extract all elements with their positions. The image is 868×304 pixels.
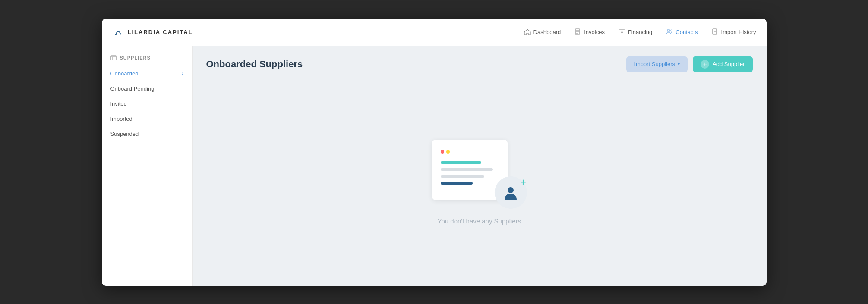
suppliers-icon [110, 55, 117, 61]
sidebar-item-suspended[interactable]: Suspended [102, 126, 192, 141]
person-icon [502, 185, 519, 201]
doc-dots [441, 150, 499, 154]
nav-invoices[interactable]: Invoices [574, 28, 605, 35]
nav-import-history[interactable]: Import History [712, 28, 756, 35]
sidebar-item-onboarded[interactable]: Onboarded › [102, 66, 192, 81]
empty-illustration: + [432, 140, 527, 209]
invoice-icon [574, 28, 581, 35]
nav-dashboard[interactable]: Dashboard [524, 28, 561, 35]
app-window: LILARDIA CAPITAL Dashboard Invoices [102, 19, 767, 286]
svg-rect-5 [619, 30, 625, 34]
nav-contacts[interactable]: Contacts [666, 28, 698, 35]
sidebar-item-onboard-pending[interactable]: Onboard Pending [102, 81, 192, 96]
svg-point-13 [508, 187, 514, 193]
logo-area: LILARDIA CAPITAL [112, 26, 524, 38]
dot-yellow [446, 150, 450, 154]
sidebar-section-title: SUPPLIERS [102, 55, 192, 66]
add-supplier-button[interactable]: + Add Supplier [693, 56, 752, 72]
main-layout: SUPPLIERS Onboarded › Onboard Pending In… [102, 46, 767, 286]
dot-red [441, 150, 444, 154]
top-nav: LILARDIA CAPITAL Dashboard Invoices [102, 19, 767, 46]
plus-badge-icon: + [521, 177, 526, 188]
nav-items: Dashboard Invoices Financing [524, 28, 756, 35]
page-title: Onboarded Suppliers [206, 59, 303, 70]
svg-point-0 [115, 34, 117, 35]
doc-line-2 [441, 168, 493, 171]
import-suppliers-button[interactable]: Import Suppliers ▾ [626, 56, 688, 72]
sidebar-item-invited[interactable]: Invited [102, 96, 192, 111]
sidebar-item-imported[interactable]: Imported [102, 111, 192, 126]
doc-line-4 [441, 182, 473, 185]
svg-rect-10 [111, 56, 116, 60]
doc-line-3 [441, 175, 484, 178]
svg-point-7 [667, 29, 670, 32]
content-header: Onboarded Suppliers Import Suppliers ▾ +… [193, 46, 767, 79]
svg-point-8 [670, 30, 672, 31]
content-area: Onboarded Suppliers Import Suppliers ▾ +… [193, 46, 767, 286]
empty-state-text: You don't have any Suppliers [438, 217, 521, 225]
svg-point-6 [621, 31, 623, 33]
home-icon [524, 28, 531, 35]
app-title: LILARDIA CAPITAL [128, 29, 193, 35]
header-actions: Import Suppliers ▾ + Add Supplier [626, 56, 752, 72]
doc-line-1 [441, 161, 482, 164]
contacts-icon [666, 28, 673, 35]
dropdown-arrow-icon: ▾ [678, 62, 680, 66]
plus-circle-icon: + [701, 60, 709, 69]
import-icon [712, 28, 719, 35]
nav-financing[interactable]: Financing [619, 28, 652, 35]
logo-icon [112, 26, 124, 38]
chevron-right-icon: › [182, 71, 183, 76]
sidebar: SUPPLIERS Onboarded › Onboard Pending In… [102, 46, 193, 286]
financing-icon [619, 28, 625, 35]
empty-state: + You don't have any Suppliers [193, 79, 767, 286]
